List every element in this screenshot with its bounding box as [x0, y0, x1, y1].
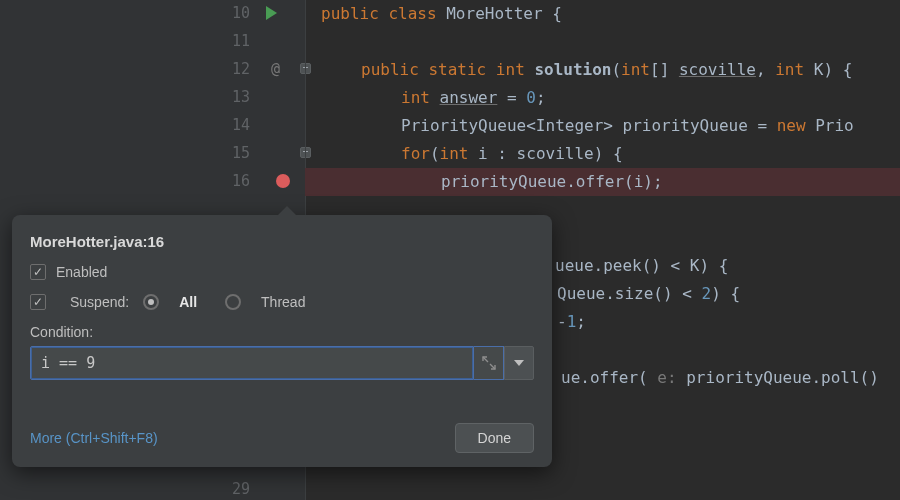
suspend-row: Suspend: All Thread: [30, 294, 534, 310]
breakpoint-icon[interactable]: [276, 174, 290, 188]
popup-title: MoreHotter.java:16: [30, 233, 534, 250]
gutter-line: 13: [0, 84, 305, 112]
popup-footer: More (Ctrl+Shift+F8) Done: [30, 423, 534, 453]
line-number: 12: [232, 60, 250, 78]
line-number: 16: [232, 172, 250, 190]
condition-input[interactable]: [30, 346, 474, 380]
gutter-line: 11: [0, 28, 305, 56]
code-line: int answer = 0;: [305, 84, 900, 112]
run-icon[interactable]: [266, 6, 277, 20]
condition-field-wrap: [30, 346, 534, 380]
code-line: public static int solution(int[] scovill…: [305, 56, 900, 84]
suspend-thread-radio[interactable]: [225, 294, 241, 310]
suspend-thread-label: Thread: [261, 294, 305, 310]
gutter-line: 29: [0, 476, 305, 500]
expand-icon[interactable]: [474, 346, 504, 380]
line-number: 10: [232, 4, 250, 22]
breakpoint-popup: MoreHotter.java:16 Enabled Suspend: All …: [12, 215, 552, 467]
line-number: 14: [232, 116, 250, 134]
code-line: PriorityQueue<Integer> priorityQueue = n…: [305, 112, 900, 140]
override-icon[interactable]: @: [271, 60, 280, 78]
gutter-line: 14: [0, 112, 305, 140]
enabled-label: Enabled: [56, 264, 107, 280]
more-link[interactable]: More (Ctrl+Shift+F8): [30, 430, 158, 446]
enabled-row: Enabled: [30, 264, 534, 280]
condition-history-dropdown[interactable]: [504, 346, 534, 380]
enabled-checkbox[interactable]: [30, 264, 46, 280]
gutter-line: 16: [0, 168, 305, 196]
condition-label: Condition:: [30, 324, 534, 340]
line-number: 29: [232, 480, 250, 498]
gutter-line: 10: [0, 0, 305, 28]
gutter-line: 15: [0, 140, 305, 168]
code-line: public class MoreHotter {: [305, 0, 900, 28]
code-line-breakpoint: priorityQueue.offer(i);: [305, 168, 900, 196]
suspend-checkbox[interactable]: [30, 294, 46, 310]
suspend-label: Suspend:: [70, 294, 129, 310]
line-number: 13: [232, 88, 250, 106]
line-number: 15: [232, 144, 250, 162]
line-number: 11: [232, 32, 250, 50]
popup-arrow-icon: [277, 206, 297, 216]
suspend-all-radio[interactable]: [143, 294, 159, 310]
done-button[interactable]: Done: [455, 423, 534, 453]
code-line: for(int i : scoville) {: [305, 140, 900, 168]
gutter-line: 12 @: [0, 56, 305, 84]
suspend-all-label: All: [179, 294, 197, 310]
